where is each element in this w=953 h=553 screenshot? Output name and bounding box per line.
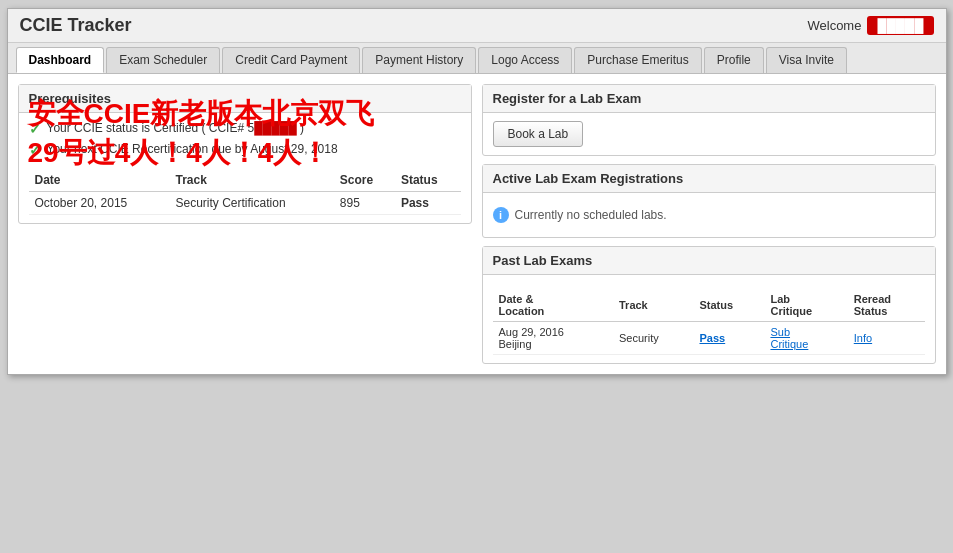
tab-logo-access[interactable]: Logo Access bbox=[478, 47, 572, 73]
past-col-status: Status bbox=[693, 289, 764, 322]
past-lab-table: Date &Location Track Status LabCritique … bbox=[493, 289, 925, 355]
tab-dashboard[interactable]: Dashboard bbox=[16, 47, 105, 73]
tab-purchase-emeritus[interactable]: Purchase Emeritus bbox=[574, 47, 701, 73]
register-lab-box: Register for a Lab Exam Book a Lab bbox=[482, 84, 936, 156]
check-icon-1: ✓ bbox=[29, 121, 41, 138]
ccie-number: █████ bbox=[254, 121, 297, 135]
tab-exam-scheduler[interactable]: Exam Scheduler bbox=[106, 47, 220, 73]
col-score: Score bbox=[334, 169, 395, 192]
info-icon: i bbox=[493, 207, 509, 223]
tab-credit-card-payment[interactable]: Credit Card Payment bbox=[222, 47, 360, 73]
welcome-label: Welcome bbox=[807, 18, 861, 33]
tab-profile[interactable]: Profile bbox=[704, 47, 764, 73]
past-cell-track: Security bbox=[613, 322, 694, 355]
left-panel: Prerequisites ✓ Your CCIE status is Cert… bbox=[18, 84, 472, 342]
table-row: October 20, 2015 Security Certification … bbox=[29, 191, 461, 214]
past-cell-critique: SubCritique bbox=[764, 322, 847, 355]
past-col-reread: RereadStatus bbox=[848, 289, 925, 322]
past-col-date: Date &Location bbox=[493, 289, 613, 322]
cell-date: October 20, 2015 bbox=[29, 191, 170, 214]
active-registrations-header: Active Lab Exam Registrations bbox=[483, 165, 935, 193]
past-col-critique: LabCritique bbox=[764, 289, 847, 322]
past-lab-exams-header: Past Lab Exams bbox=[483, 247, 935, 275]
app-title: CCIE Tracker bbox=[20, 15, 132, 36]
register-lab-header: Register for a Lab Exam bbox=[483, 85, 935, 113]
tab-visa-invite[interactable]: Visa Invite bbox=[766, 47, 847, 73]
prereq-text-1: Your CCIE status is Certified ( CCIE# 5█… bbox=[47, 121, 305, 135]
cell-score: 895 bbox=[334, 191, 395, 214]
past-cell-reread: Info bbox=[848, 322, 925, 355]
prerequisites-box: Prerequisites ✓ Your CCIE status is Cert… bbox=[18, 84, 472, 224]
past-table-row: Aug 29, 2016 Beijing Security Pass SubCr… bbox=[493, 322, 925, 355]
right-panel: Register for a Lab Exam Book a Lab Activ… bbox=[482, 84, 936, 364]
prereq-item-2: ✓ Your next CCIE Recertification due by … bbox=[29, 142, 461, 159]
main-content: Prerequisites ✓ Your CCIE status is Cert… bbox=[8, 74, 946, 374]
critique-link[interactable]: SubCritique bbox=[770, 326, 808, 350]
cell-track: Security Certification bbox=[170, 191, 334, 214]
app-window: CCIE Tracker Welcome █████ Dashboard Exa… bbox=[7, 8, 947, 375]
user-name-badge: █████ bbox=[867, 16, 933, 35]
past-lab-exams-body: Date &Location Track Status LabCritique … bbox=[483, 275, 935, 363]
book-lab-button[interactable]: Book a Lab bbox=[493, 121, 584, 147]
left-panel-wrapper: Prerequisites ✓ Your CCIE status is Cert… bbox=[18, 84, 472, 364]
past-lab-exams-box: Past Lab Exams Date &Location Track Stat… bbox=[482, 246, 936, 364]
col-status: Status bbox=[395, 169, 461, 192]
col-track: Track bbox=[170, 169, 334, 192]
past-col-track: Track bbox=[613, 289, 694, 322]
prerequisites-header: Prerequisites bbox=[19, 85, 471, 113]
prerequisites-body: ✓ Your CCIE status is Certified ( CCIE# … bbox=[19, 113, 471, 223]
tab-payment-history[interactable]: Payment History bbox=[362, 47, 476, 73]
past-cell-date: Aug 29, 2016 Beijing bbox=[493, 322, 613, 355]
welcome-area: Welcome █████ bbox=[807, 16, 933, 35]
no-labs-row: i Currently no scheduled labs. bbox=[493, 201, 925, 229]
past-cell-status: Pass bbox=[693, 322, 764, 355]
nav-tabs: Dashboard Exam Scheduler Credit Card Pay… bbox=[8, 43, 946, 74]
check-icon-2: ✓ bbox=[29, 142, 41, 159]
cell-status: Pass bbox=[395, 191, 461, 214]
prereq-text-2: Your next CCIE Recertification due by Au… bbox=[47, 142, 338, 156]
prereq-item-1: ✓ Your CCIE status is Certified ( CCIE# … bbox=[29, 121, 461, 138]
title-bar: CCIE Tracker Welcome █████ bbox=[8, 9, 946, 43]
exam-table-wrapper: Date Track Score Status October 20, 2015 bbox=[29, 163, 461, 215]
active-registrations-body: i Currently no scheduled labs. bbox=[483, 193, 935, 237]
register-lab-body: Book a Lab bbox=[483, 113, 935, 155]
status-link[interactable]: Pass bbox=[699, 332, 725, 344]
overlay-spacer bbox=[18, 232, 472, 342]
exam-table: Date Track Score Status October 20, 2015 bbox=[29, 169, 461, 215]
active-registrations-box: Active Lab Exam Registrations i Currentl… bbox=[482, 164, 936, 238]
no-labs-message: Currently no scheduled labs. bbox=[515, 208, 667, 222]
col-date: Date bbox=[29, 169, 170, 192]
reread-link[interactable]: Info bbox=[854, 332, 872, 344]
